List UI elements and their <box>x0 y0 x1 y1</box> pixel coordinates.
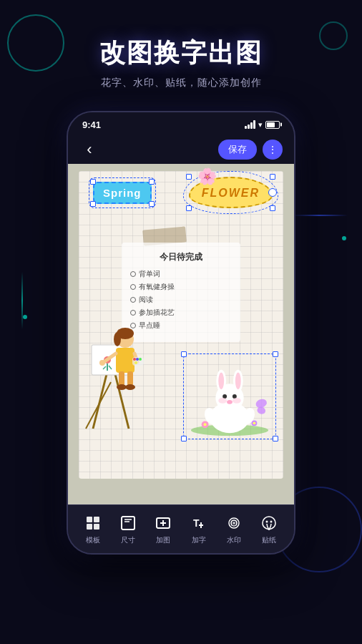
girl-figure <box>72 318 150 432</box>
handle-tl[interactable] <box>90 179 96 185</box>
size-label: 尺寸 <box>121 535 135 545</box>
svg-rect-44 <box>87 517 92 522</box>
handle-tr[interactable] <box>149 179 155 185</box>
svg-line-2 <box>86 382 111 429</box>
main-title: 改图换字出图 <box>0 36 362 71</box>
todo-circle-2 <box>130 284 136 290</box>
todo-text-4: 参加插花艺 <box>139 308 175 318</box>
svg-point-41 <box>233 398 241 404</box>
todo-circle-1 <box>130 271 136 277</box>
flower-handle-bl[interactable] <box>186 205 192 211</box>
svg-point-26 <box>204 423 207 426</box>
flower-handle-tr[interactable] <box>270 174 275 180</box>
svg-rect-48 <box>122 517 134 530</box>
svg-point-34 <box>235 373 241 390</box>
tool-add-text[interactable]: T 加字 <box>189 513 209 545</box>
todo-item-4: 参加插花艺 <box>130 308 232 318</box>
handle-br[interactable] <box>149 201 155 207</box>
todo-item-2: 有氧健身操 <box>130 282 232 292</box>
flower-handle-br[interactable] <box>270 205 275 211</box>
svg-rect-15 <box>119 371 124 386</box>
flower-cloud: 🌸 FLOWER <box>189 177 273 208</box>
tool-watermark[interactable]: 水印 <box>224 513 244 545</box>
status-time: 9:41 <box>82 119 101 130</box>
svg-point-37 <box>227 400 233 404</box>
phone-toolbar: 保存 ⋮ <box>68 135 294 164</box>
bunny-svg <box>184 354 275 439</box>
flower-text: FLOWER <box>202 187 260 199</box>
todo-circle-3 <box>130 297 136 303</box>
tool-template[interactable]: 模板 <box>83 513 103 545</box>
status-bar: 9:41 ▾ <box>68 112 294 135</box>
svg-text:T: T <box>193 517 200 529</box>
svg-line-0 <box>93 371 107 429</box>
canvas-inner: Spring 🌸 FLOWER <box>79 171 283 479</box>
battery-icon <box>265 121 280 129</box>
watermark-label: 水印 <box>227 535 241 545</box>
svg-point-17 <box>117 384 127 390</box>
phone-container: 9:41 ▾ 保存 ⋮ <box>0 111 362 555</box>
toolbar-right: 保存 ⋮ <box>218 140 283 160</box>
svg-point-57 <box>233 522 235 525</box>
watermark-icon <box>224 513 244 533</box>
svg-point-20 <box>133 358 136 361</box>
flower-sticker[interactable]: 🌸 FLOWER <box>189 177 273 208</box>
svg-point-10 <box>114 332 121 346</box>
bunny-sticker[interactable] <box>183 353 276 439</box>
bunny-handle-br[interactable] <box>273 436 278 441</box>
bunny-handle-tr[interactable] <box>273 351 278 357</box>
todo-text-1: 背单词 <box>139 269 160 279</box>
svg-point-22 <box>139 358 142 361</box>
signal-icon <box>245 120 255 129</box>
bunny-handle-bl[interactable] <box>181 436 187 441</box>
svg-point-13 <box>99 360 105 366</box>
save-button[interactable]: 保存 <box>218 140 257 160</box>
more-button[interactable]: ⋮ <box>263 140 283 160</box>
todo-item-1: 背单词 <box>130 269 232 279</box>
back-button[interactable] <box>79 140 99 160</box>
flower-rotate-handle[interactable] <box>268 188 277 197</box>
spring-sticker[interactable]: Spring <box>93 182 152 204</box>
spring-selection-border <box>89 177 156 208</box>
svg-point-58 <box>266 521 268 523</box>
todo-text-3: 阅读 <box>139 295 153 305</box>
svg-rect-46 <box>87 524 92 530</box>
svg-rect-11 <box>116 348 134 373</box>
todo-circle-4 <box>130 310 136 316</box>
svg-point-40 <box>218 398 227 404</box>
status-icons: ▾ <box>245 120 280 130</box>
bottom-toolbar: 模板 尺寸 <box>68 504 294 553</box>
phone-mockup: 9:41 ▾ 保存 ⋮ <box>67 111 295 555</box>
flower-handle-tl[interactable] <box>186 174 192 180</box>
add-image-label: 加图 <box>156 535 170 545</box>
todo-text-2: 有氧健身操 <box>139 282 175 292</box>
svg-point-23 <box>134 361 137 364</box>
svg-rect-16 <box>127 371 133 386</box>
todo-title: 今日待完成 <box>130 251 232 263</box>
bunny-handle-tl[interactable] <box>181 351 187 357</box>
svg-rect-45 <box>94 517 99 522</box>
add-image-icon <box>153 513 173 533</box>
girl-svg <box>72 318 150 432</box>
sticker-icon <box>259 513 279 533</box>
tool-size[interactable]: 尺寸 <box>118 513 138 545</box>
template-icon <box>83 513 103 533</box>
size-icon <box>118 513 138 533</box>
canvas-area: Spring 🌸 FLOWER <box>68 164 294 522</box>
header: 改图换字出图 花字、水印、贴纸，随心添加创作 <box>0 0 362 104</box>
sticker-label: 贴纸 <box>262 535 276 545</box>
add-text-icon: T <box>189 513 209 533</box>
tool-add-image[interactable]: 加图 <box>153 513 173 545</box>
handle-bl[interactable] <box>90 201 96 207</box>
main-subtitle: 花字、水印、贴纸，随心添加创作 <box>0 77 362 89</box>
svg-point-18 <box>125 384 135 390</box>
svg-point-32 <box>218 373 224 390</box>
add-text-label: 加字 <box>192 535 206 545</box>
wifi-icon: ▾ <box>258 120 263 130</box>
svg-point-28 <box>253 421 255 424</box>
tool-sticker[interactable]: 贴纸 <box>259 513 279 545</box>
svg-rect-47 <box>94 524 99 530</box>
flower-emoji-icon: 🌸 <box>197 167 217 186</box>
svg-point-21 <box>136 358 139 361</box>
svg-point-59 <box>270 521 273 523</box>
